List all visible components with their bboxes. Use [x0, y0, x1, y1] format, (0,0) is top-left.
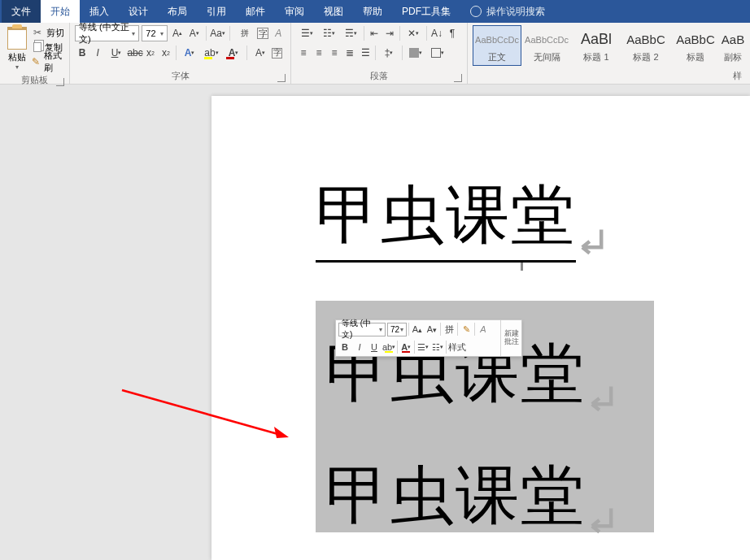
mini-font-size-combo[interactable]: 72▾	[387, 323, 407, 336]
paragraph-mark-icon	[591, 358, 620, 392]
underline-button[interactable]: U▾	[106, 45, 127, 61]
dialog-launcher-icon[interactable]	[56, 78, 64, 86]
align-center-button[interactable]: ≡	[312, 45, 326, 61]
chevron-down-icon: ▾	[400, 326, 403, 333]
mini-font-name-combo[interactable]: 等线 (中文)▾	[338, 323, 386, 336]
menu-file[interactable]: 文件	[2, 0, 41, 23]
chevron-down-icon: ▾	[379, 326, 382, 333]
mini-styles-button[interactable]: 样式	[448, 340, 466, 354]
menu-pdf-tools[interactable]: PDF工具集	[392, 0, 460, 23]
mini-shrink-font-button[interactable]: A▾	[425, 322, 438, 336]
mini-underline-button[interactable]: U	[368, 340, 381, 354]
distributed-button[interactable]: ☰	[358, 45, 373, 61]
styles-group-label: 样	[473, 68, 745, 84]
bullets-button[interactable]: ☰▾	[296, 25, 317, 41]
menu-review[interactable]: 审阅	[275, 0, 314, 23]
italic-button[interactable]: I	[90, 45, 105, 61]
cut-button[interactable]: 剪切	[32, 25, 64, 40]
font-group-label: 字体	[75, 68, 286, 84]
mini-phonetic-guide-button[interactable]: 拼	[443, 322, 456, 336]
document-line[interactable]: 甲虫课堂	[316, 173, 750, 263]
shading-button[interactable]: ▾	[405, 45, 426, 61]
group-paragraph: ☰▾ ☷▾ ☴▾ ⇤ ⇥ ✕▾ A↓ ¶ ≡ ≡ ≡ ≣ ☰ ‡▾	[291, 23, 468, 84]
clipboard-group-label: 剪贴板	[5, 72, 64, 88]
paragraph-group-label: 段落	[296, 68, 462, 84]
menu-home[interactable]: 开始	[41, 0, 80, 23]
copy-icon	[33, 42, 41, 52]
mini-font-color-button[interactable]: A▾	[399, 340, 412, 354]
numbering-button[interactable]: ☷▾	[318, 25, 339, 41]
menu-layout[interactable]: 布局	[158, 0, 197, 23]
bold-button[interactable]: B	[75, 45, 89, 61]
chevron-down-icon: ▾	[160, 30, 164, 37]
character-border-button[interactable]: 字	[272, 48, 282, 59]
multilevel-list-button[interactable]: ☴▾	[340, 25, 361, 41]
style-normal[interactable]: AaBbCcDc 正文	[473, 25, 521, 66]
format-painter-button[interactable]: 格式刷	[32, 54, 64, 69]
dialog-launcher-icon[interactable]	[277, 74, 286, 82]
tell-me-search[interactable]: 操作说明搜索	[460, 0, 555, 23]
style-subtitle[interactable]: AaB 副标	[721, 25, 745, 66]
style-heading-2[interactable]: AaBbC 标题 2	[621, 25, 670, 66]
mini-bullets-button[interactable]: ☰▾	[416, 340, 430, 354]
font-name-combo[interactable]: 等线 (中文正文)▾	[75, 25, 139, 41]
style-title[interactable]: AaBbC 标题	[671, 25, 720, 66]
sort-button[interactable]: A↓	[430, 25, 444, 41]
menubar: 文件 开始 插入 设计 布局 引用 邮件 审阅 视图 帮助 PDF工具集 操作说…	[0, 0, 750, 23]
paragraph-mark-icon	[591, 480, 620, 514]
superscript-button[interactable]: x2	[159, 45, 173, 61]
scissors-icon	[32, 28, 43, 37]
font-size-combo[interactable]: 72▾	[142, 25, 168, 41]
font-color-button[interactable]: A▾	[223, 45, 244, 61]
shrink-font-button[interactable]: A▾	[187, 25, 202, 41]
show-marks-button[interactable]: ¶	[445, 25, 460, 41]
align-justify-button[interactable]: ≣	[342, 45, 357, 61]
menu-design[interactable]: 设计	[119, 0, 158, 23]
phonetic-guide-button[interactable]: 拼	[234, 25, 255, 41]
mini-format-painter-button[interactable]: ✎	[460, 322, 473, 336]
mini-italic-button[interactable]: I	[353, 340, 366, 354]
ribbon: 粘贴 ▾ 剪切 复制 格式刷 剪贴板 等线 (中文正文)▾ 72▾ A▴ A▾ …	[0, 23, 750, 85]
highlight-button[interactable]: ab▾	[201, 45, 222, 61]
character-shading-button[interactable]: A▾	[250, 45, 271, 61]
mini-highlight-button[interactable]: ab▾	[382, 340, 395, 354]
mini-numbering-button[interactable]: ☷▾	[431, 340, 444, 354]
dialog-launcher-icon[interactable]	[454, 74, 462, 82]
asian-layout-button[interactable]: ✕▾	[403, 25, 424, 41]
increase-indent-button[interactable]: ⇥	[382, 25, 397, 41]
lightbulb-icon	[470, 6, 482, 17]
clear-formatting-button[interactable]: A	[271, 25, 286, 41]
grow-font-button[interactable]: A▴	[170, 25, 185, 41]
chevron-down-icon: ▾	[132, 30, 135, 37]
borders-button[interactable]: ▾	[427, 45, 448, 61]
mini-grow-font-button[interactable]: A▴	[411, 322, 424, 336]
decrease-indent-button[interactable]: ⇤	[367, 25, 382, 41]
menu-help[interactable]: 帮助	[353, 0, 392, 23]
brush-icon	[32, 57, 41, 67]
text-effects-button[interactable]: A▾	[179, 45, 200, 61]
group-clipboard: 粘贴 ▾ 剪切 复制 格式刷 剪贴板	[0, 23, 70, 84]
menu-insert[interactable]: 插入	[80, 0, 119, 23]
subscript-button[interactable]: x2	[143, 45, 158, 61]
text-cursor	[521, 263, 523, 271]
change-case-button[interactable]: Aa▾	[211, 25, 225, 41]
strikethrough-button[interactable]: abc	[128, 45, 142, 61]
mini-clear-formatting-button[interactable]: A	[477, 322, 490, 336]
style-no-spacing[interactable]: AaBbCcDc 无间隔	[522, 25, 571, 66]
chevron-down-icon: ▾	[15, 63, 19, 71]
paragraph-mark-icon	[581, 201, 610, 235]
align-right-button[interactable]: ≡	[327, 45, 342, 61]
mini-new-comment-button[interactable]: 新建 批注	[500, 320, 521, 356]
paste-button[interactable]: 粘贴 ▾	[5, 25, 28, 72]
mini-bold-button[interactable]: B	[338, 340, 351, 354]
style-heading-1[interactable]: AaBl 标题 1	[572, 25, 621, 66]
menu-mailings[interactable]: 邮件	[236, 0, 275, 23]
menu-references[interactable]: 引用	[197, 0, 236, 23]
align-left-button[interactable]: ≡	[296, 45, 311, 61]
line-spacing-button[interactable]: ‡▾	[378, 45, 399, 61]
menu-view[interactable]: 视图	[314, 0, 353, 23]
enclose-characters-button[interactable]: 字	[257, 28, 268, 39]
group-font: 等线 (中文正文)▾ 72▾ A▴ A▾ Aa▾ 拼 字 A B I U▾ ab…	[70, 23, 291, 84]
document-page[interactable]: 甲虫课堂 甲虫课堂 甲虫课堂 等线 (中文)▾ 72▾ A▴ A▾	[211, 96, 750, 560]
document-line[interactable]: 甲虫课堂	[325, 454, 620, 539]
